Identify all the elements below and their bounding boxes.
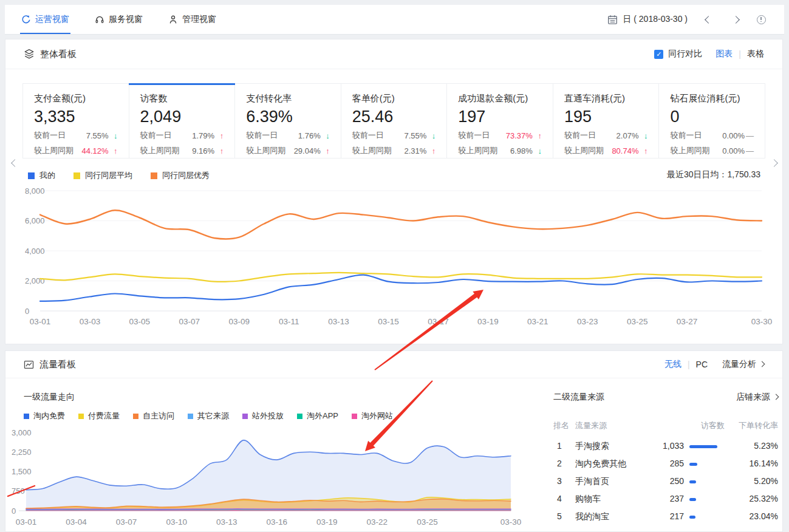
compare-value: 1.76%: [298, 131, 321, 140]
date-selector[interactable]: 日 ( 2018-03-30 ): [623, 14, 688, 25]
source-name: 手淘搜索: [575, 441, 609, 452]
legend-swatch: [297, 414, 302, 419]
svg-text:3,000: 3,000: [12, 428, 32, 437]
tab-management[interactable]: 管理视窗: [168, 5, 216, 34]
compare-value: 7.55%: [404, 131, 426, 140]
svg-text:03-01: 03-01: [30, 317, 51, 326]
tab-service[interactable]: 服务视窗: [95, 5, 143, 34]
compare-label: 较上周同期: [670, 145, 709, 156]
card-value: 6.39%: [246, 107, 330, 126]
traffic-source-row[interactable]: 3手淘首页2505.20%: [553, 476, 778, 488]
main-legend-item[interactable]: 同行同层平均: [73, 170, 132, 181]
traffic-source-row[interactable]: 1手淘搜索1,0335.23%: [553, 441, 778, 453]
compare-value: 2.31%: [404, 146, 426, 155]
metric-card-5[interactable]: 成功退款金额(元)197较前一日73.37%↑较上周同期6.98%↓: [447, 84, 553, 158]
legend-swatch: [28, 172, 35, 179]
compare-value: 0.00%: [722, 131, 745, 140]
source-visitors: 237: [620, 494, 684, 503]
view-table-link[interactable]: 表格: [747, 49, 764, 60]
card-value: 3,335: [34, 107, 118, 126]
down-arrow-icon: ↓: [638, 131, 647, 140]
traffic-legend-item[interactable]: 付费流量: [78, 411, 120, 421]
flat-dash-icon: —: [745, 146, 754, 155]
metric-card-6[interactable]: 直通车消耗(元)195较前一日2.07%↓较上周同期80.74%↑: [553, 84, 660, 158]
card-compare-row: 较上周同期80.74%↑: [564, 145, 648, 156]
metric-card-7[interactable]: 钻石展位消耗(元)0较前一日0.00%—较上周同期0.00%—: [659, 84, 765, 158]
traffic-trend-chart[interactable]: 07501,5002,2503,00003-0103-0403-0703-100…: [10, 426, 522, 532]
metric-card-3[interactable]: 支付转化率6.39%较前一日1.76%↓较上周同期29.04%↑: [235, 84, 341, 158]
sources-table-header: 排名 流量来源 访客数 下单转化率: [553, 420, 778, 430]
card-compare-row: 较上周同期44.12%↑: [34, 145, 118, 156]
card-compare-row: 较前一日73.37%↑: [458, 130, 542, 141]
card-compare-row: 较前一日2.07%↓: [564, 130, 648, 141]
main-legend-item[interactable]: 我的: [28, 170, 55, 181]
svg-text:03-07: 03-07: [116, 517, 137, 527]
top-nav-bar: 运营视窗服务视窗管理视窗 日 ( 2018-03-30 ): [5, 5, 784, 35]
svg-text:03-17: 03-17: [428, 317, 449, 326]
compare-value: 6.98%: [510, 146, 533, 155]
legend-label: 站外投放: [252, 411, 284, 421]
visitors-trend-chart[interactable]: 02,0004,0006,0008,00003-0103-0303-0503-0…: [25, 183, 775, 333]
card-compare-row: 较上周同期0.00%—: [670, 145, 754, 156]
legend-label: 自主访问: [143, 411, 174, 421]
prev-date-button[interactable]: [705, 16, 712, 24]
traffic-source-row[interactable]: 4购物车23725.32%: [553, 494, 778, 506]
calendar-icon[interactable]: [607, 15, 618, 25]
legend-swatch: [78, 414, 84, 419]
compare-label: 较上周同期: [246, 145, 285, 156]
down-arrow-icon: ↓: [109, 131, 118, 140]
card-value: 25.46: [352, 107, 436, 126]
traffic-chart-legend: 淘内免费付费流量自主访问其它来源站外投放淘外APP淘外网站: [24, 411, 406, 421]
cards-scroll-left-button[interactable]: [12, 157, 18, 168]
svg-text:2,250: 2,250: [12, 448, 32, 457]
legend-label: 淘外网站: [361, 411, 393, 421]
source-rank: 2: [555, 459, 564, 468]
layers-icon: [24, 49, 35, 60]
shop-source-link[interactable]: 店铺来源: [736, 392, 778, 403]
next-date-button[interactable]: [732, 16, 740, 24]
svg-text:03-30: 03-30: [500, 517, 522, 527]
metric-card-2[interactable]: 访客数2,049较前一日1.79%↑较上周同期9.16%↑: [129, 84, 236, 158]
tab-operations[interactable]: 运营视窗: [21, 5, 69, 34]
traffic-source-row[interactable]: 2淘内免费其他28516.14%: [553, 459, 778, 471]
traffic-legend-item[interactable]: 站外投放: [242, 411, 284, 421]
metric-card-1[interactable]: 支付金额(元)3,335较前一日7.55%↓较上周同期44.12%↑: [23, 84, 129, 158]
traffic-source-row[interactable]: 5我的淘宝21723.04%: [553, 511, 778, 523]
traffic-legend-item[interactable]: 淘外APP: [297, 411, 338, 421]
up-arrow-icon: ↑: [214, 131, 224, 140]
compare-label: 较前一日: [140, 130, 172, 141]
date-controls: 日 ( 2018-03-30 ): [607, 14, 784, 25]
legend-label: 我的: [39, 170, 55, 181]
source-rank: 4: [555, 494, 564, 503]
metric-card-4[interactable]: 客单价(元)25.46较前一日7.55%↓较上周同期2.31%↑: [341, 84, 448, 158]
line-chart-icon: [24, 360, 34, 370]
compare-value: 7.55%: [86, 131, 109, 140]
svg-text:8,000: 8,000: [25, 186, 45, 196]
compare-label: 较上周同期: [458, 145, 497, 156]
card-title: 访客数: [140, 93, 224, 104]
card-compare-row: 较上周同期9.16%↑: [140, 145, 224, 156]
up-arrow-icon: ↑: [638, 146, 647, 155]
svg-text:750: 750: [12, 486, 25, 496]
legend-swatch: [151, 172, 157, 179]
avg-30d-note: 最近30日日均：1,750.33: [667, 169, 760, 180]
traffic-legend-item[interactable]: 淘外网站: [352, 411, 393, 421]
peer-compare-checkbox[interactable]: ✓: [654, 50, 663, 59]
tab-label: 服务视窗: [109, 14, 143, 25]
traffic-legend-item[interactable]: 自主访问: [133, 411, 174, 421]
info-icon[interactable]: [757, 15, 766, 24]
main-legend-item[interactable]: 同行同层优秀: [151, 170, 210, 181]
svg-text:03-07: 03-07: [179, 317, 200, 326]
svg-text:03-27: 03-27: [677, 317, 698, 326]
source-visitors: 217: [620, 511, 684, 521]
svg-text:2,000: 2,000: [25, 276, 45, 285]
traffic-legend-item[interactable]: 淘内免费: [24, 411, 65, 421]
compare-value: 29.04%: [294, 146, 321, 155]
legend-label: 同行同层平均: [85, 170, 132, 181]
traffic-legend-item[interactable]: 其它来源: [188, 411, 229, 421]
svg-text:03-13: 03-13: [216, 517, 237, 527]
source-visitors: 285: [620, 459, 684, 468]
view-chart-link[interactable]: 图表: [716, 49, 733, 60]
cards-scroll-right-button[interactable]: [771, 157, 777, 168]
legend-swatch: [352, 414, 357, 419]
